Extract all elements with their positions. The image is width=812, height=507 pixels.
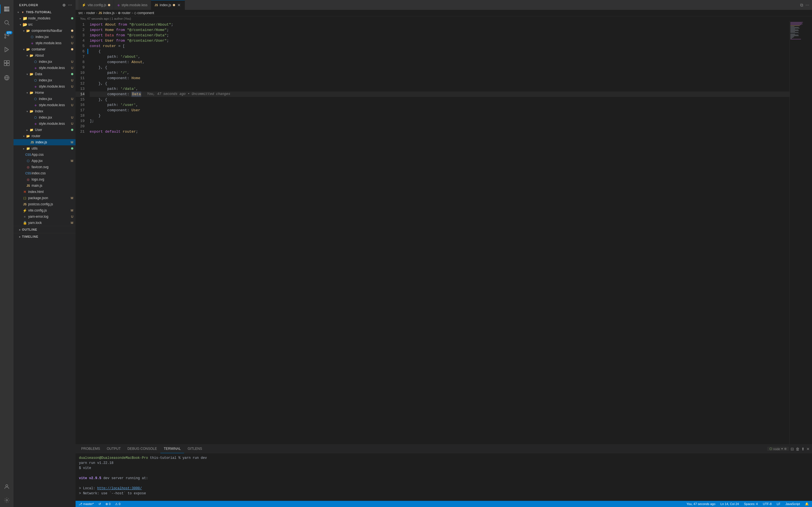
folder-home[interactable]: 📂 Home [13,90,75,96]
code-line-16: path: '/user', [90,102,790,108]
file-data-index[interactable]: ⬡ index.jsx U [13,77,75,83]
problems-label: PROBLEMS [81,447,100,451]
activity-search[interactable] [0,16,13,29]
term-line-1: dualseason@DualseasondeMacBook-Pro this-… [79,455,809,460]
folder-index[interactable]: 📂 Index [13,108,75,114]
leaf [18,202,22,207]
file-postcss[interactable]: JS postcss.config.js [13,201,75,207]
folder-utils[interactable]: 📁 utils [13,145,75,152]
tab-terminal[interactable]: TERMINAL [160,445,185,453]
leaf [26,35,30,39]
tab-style-module[interactable]: ◈ style.module.less [114,0,151,10]
file-app-css[interactable]: CSS App.css [13,152,75,158]
file-main-js[interactable]: JS main.js [13,182,75,189]
git-time-status[interactable]: You, 47 seconds ago [686,502,716,506]
file-about-style[interactable]: ◈ style.module.less U [13,65,75,71]
warnings-status[interactable]: ⚠ 0 [114,502,121,506]
cursor-position[interactable]: Ln 14, Col 24 [719,502,740,506]
code-editor[interactable]: 12345 678910 111213 14 1516171819 2021 i… [75,21,812,445]
activity-explorer[interactable] [0,2,13,16]
tab-debug-console[interactable]: DEBUG CONSOLE [124,445,160,453]
tab-index-js[interactable]: JS index.js ✕ [151,0,185,10]
file-index-jsx[interactable]: ⬡ index.jsx U [13,114,75,121]
bc-component[interactable]: ◇ component [134,11,154,15]
activity-source-control[interactable]: 277 [0,29,13,43]
code-content[interactable]: import About from "@/container/About"; i… [87,21,790,445]
file-navbar-style[interactable]: ◈ style.module.less U [13,40,75,46]
bc-indexjs[interactable]: index.js [103,11,115,15]
kill-terminal-icon[interactable]: 🗑 [796,447,800,451]
file-logo-svg[interactable]: ◎ logo.svg [13,176,75,182]
jsx-icon2: ⬡ [33,59,38,64]
file-data-style[interactable]: ◈ style.module.less U [13,83,75,90]
feedback-icon: 🔔 [805,502,809,506]
indentation-status[interactable]: Spaces: 4 [743,502,759,506]
file-package-json[interactable]: { } package.json M [13,195,75,201]
more-actions-icon2[interactable]: ··· [806,3,809,8]
terminal-content[interactable]: dualseason@DualseasondeMacBook-Pro this-… [75,453,812,501]
file-home-index[interactable]: ⬡ index.jsx U [13,96,75,102]
panel-close-icon[interactable]: ✕ [806,447,810,451]
panel-maximize-icon[interactable]: ⬆ [801,447,805,451]
app-css-label: App.css [32,153,75,157]
encoding-status[interactable]: UTF-8 [762,502,772,506]
file-navbar-index[interactable]: ⬡ index.jsx U [13,34,75,40]
file-index-style[interactable]: ◈ style.module.less U [13,121,75,127]
bc-router[interactable]: router [86,11,95,15]
folder-navbar[interactable]: 📂 components/NavBar [13,27,75,34]
jsx-icon5: ⬡ [33,115,38,120]
tab-vite-config[interactable]: ⚡ vite.config.js [79,0,114,10]
more-actions-icon[interactable]: ··· [68,2,73,8]
file-app-jsx[interactable]: ⬡ App.jsx M [13,158,75,164]
file-yarn-lock[interactable]: 🔒 yarn.lock M [13,220,75,226]
split-editor-icon[interactable]: ⧉ [800,3,803,8]
tab-gitlens[interactable]: GITLENS [184,445,205,453]
activity-extensions[interactable] [0,56,13,70]
code-line-20 [90,124,790,129]
folder-about[interactable]: 📂 About [13,52,75,59]
outline-header[interactable]: ▸ OUTLINE [13,227,75,232]
about-index-badge: U [71,60,73,63]
editor-tabs: ⚡ vite.config.js ◈ style.module.less JS … [79,0,800,10]
file-about-index[interactable]: ⬡ index.jsx U [13,59,75,65]
file-index-html[interactable]: H index.html [13,189,75,195]
tab-close-icon[interactable]: ✕ [177,3,181,7]
folder-router[interactable]: 📂 router [13,133,75,139]
data-label: Data [35,72,71,76]
sync-status[interactable]: ↺ [98,502,102,506]
file-favicon[interactable]: ◎ favicon.svg [13,164,75,170]
timeline-header[interactable]: ▸ TIMELINE [13,234,75,239]
file-home-style[interactable]: ◈ style.module.less U [13,102,75,108]
tab-output[interactable]: OUTPUT [103,445,124,453]
git-branch-status[interactable]: ⎇ master* [78,502,95,506]
eol-status[interactable]: LF [776,502,781,506]
breadcrumb-area: src › router › JS index.js › ⊕ router › … [75,10,812,21]
code-line-2: import Home from "@/container/Home"; [90,27,790,33]
file-router-index[interactable]: JS index.js M [13,139,75,145]
file-yarn-error[interactable]: ≡ yarn-error.log U [13,214,75,220]
bc-router2[interactable]: ⊕ router [118,11,131,15]
new-file-icon[interactable]: ⊕ [62,2,66,8]
folder-src[interactable]: 📂 src [13,21,75,27]
language-status[interactable]: JavaScript [784,502,801,506]
bc-src[interactable]: src [79,11,83,15]
root-folder[interactable]: ▾ THIS-TUTORIAL [13,9,75,15]
folder-container[interactable]: 📂 container [13,46,75,52]
activity-remote[interactable] [0,71,13,84]
file-vite-config[interactable]: ⚡ vite.config.js M [13,207,75,214]
about-style-label: style.module.less [39,66,70,70]
activity-account[interactable] [0,480,13,494]
node-modules-dot [71,17,73,19]
file-index-css[interactable]: CSS index.css [13,170,75,176]
tab-problems[interactable]: PROBLEMS [78,445,103,453]
code-line-19: ]; [90,118,790,124]
folder-node-modules[interactable]: 📁 node_modules [13,15,75,21]
folder-user[interactable]: 📁 User [13,127,75,133]
activity-settings[interactable] [0,494,13,507]
feedback-icon-status[interactable]: 🔔 [804,502,810,506]
errors-status[interactable]: ⊗ 0 [105,502,111,506]
activity-bar: 277 [0,0,13,507]
split-terminal-icon[interactable]: ⊟ [791,447,794,451]
activity-run[interactable] [0,43,13,56]
folder-data[interactable]: 📂 Data [13,71,75,77]
